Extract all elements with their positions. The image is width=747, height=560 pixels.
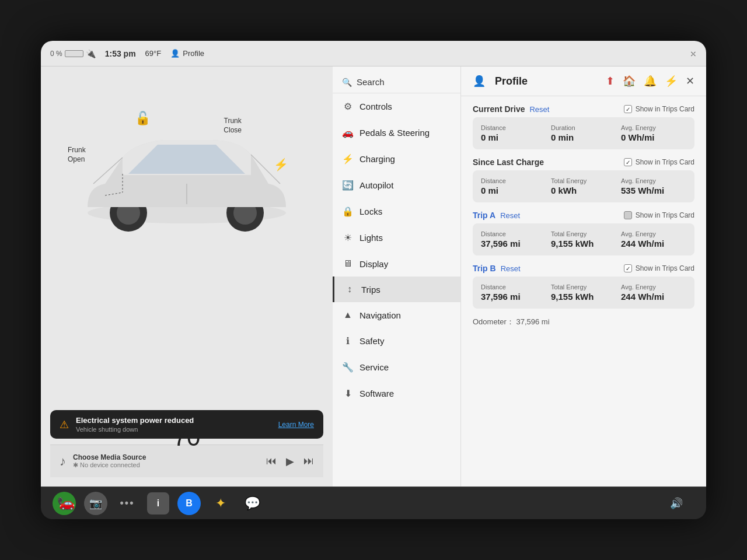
since-last-charge-header: Since Last Charge ✓ Show in Trips Card (473, 158, 694, 167)
trip-a-show-trips: Show in Trips Card (624, 211, 694, 219)
charging-label: Charging (359, 154, 395, 164)
since-last-charge-checkbox[interactable]: ✓ (624, 158, 632, 166)
car-image (50, 105, 323, 239)
trip-b-avg-energy: Avg. Energy 244 Wh/mi (621, 284, 686, 302)
sidebar-item-lights[interactable]: ☀ Lights (333, 225, 460, 251)
current-drive-checkbox[interactable]: ✓ (624, 105, 632, 113)
safety-label: Safety (359, 336, 385, 346)
since-last-charge-section: Since Last Charge ✓ Show in Trips Card D… (473, 158, 694, 202)
autopilot-label: Autopilot (359, 180, 393, 190)
trips-content: Current Drive Reset ✓ Show in Trips Card… (461, 96, 706, 335)
trip-b-avg-energy-label: Avg. Energy (621, 284, 686, 290)
header-icons: ⬆ 🏠 🔔 ⚡ ✕ (606, 75, 694, 88)
car-view-area: Frunk Open Trunk Close 🔓 (50, 76, 323, 262)
prev-track-button[interactable]: ⏮ (266, 455, 277, 468)
profile-header-icon: 👤 (473, 75, 486, 88)
trip-a-reset-button[interactable]: Reset (500, 211, 520, 220)
sidebar-item-autopilot[interactable]: 🔄 Autopilot (333, 172, 460, 198)
current-avg-energy-label: Avg. Energy (621, 124, 686, 131)
charging-lightning-icon: ⚡ (274, 158, 288, 172)
sidebar-item-pedals[interactable]: 🚗 Pedals & Steering (333, 120, 460, 146)
next-track-button[interactable]: ⏭ (303, 455, 314, 468)
current-duration-label: Duration (551, 124, 616, 131)
media-title: Choose Media Source (73, 453, 259, 461)
sidebar-item-software[interactable]: ⬇ Software (333, 380, 460, 407)
service-icon: 🔧 (342, 362, 354, 373)
profile-button[interactable]: 👤 Profile (170, 49, 204, 58)
pedals-label: Pedals & Steering (359, 128, 430, 138)
left-panel: Frunk Open Trunk Close 🔓 (41, 66, 333, 487)
sidebar-item-navigation[interactable]: ▲ Navigation (333, 302, 460, 328)
play-button[interactable]: ▶ (286, 455, 294, 468)
trip-a-section: Trip A Reset Show in Trips Card Distance… (473, 211, 694, 256)
trip-b-reset-button[interactable]: Reset (501, 264, 521, 273)
music-icon: ♪ (60, 454, 66, 469)
trip-a-title: Trip A (473, 211, 495, 220)
current-avg-energy: Avg. Energy 0 Wh/mi (621, 124, 686, 142)
software-label: Software (359, 388, 394, 398)
current-duration: Duration 0 min (551, 124, 616, 142)
wifi-off-icon: ⤬ (690, 49, 697, 58)
slc-distance: Distance 0 mi (481, 177, 546, 195)
trip-b-stats: Distance 37,596 mi Total Energy 9,155 kW… (473, 276, 694, 309)
trip-b-checkbox[interactable]: ✓ (624, 264, 632, 272)
sidebar-item-controls[interactable]: ⚙ Controls (333, 93, 460, 120)
trip-a-avg-energy-value: 244 Wh/mi (621, 239, 686, 249)
current-distance-value: 0 mi (481, 132, 546, 142)
trip-b-total-energy-value: 9,155 kWh (551, 292, 616, 302)
current-distance: Distance 0 mi (481, 124, 546, 142)
bluetooth-button[interactable]: B (177, 492, 201, 515)
locks-icon: 🔒 (342, 206, 354, 217)
battery-bar (65, 50, 83, 57)
search-icon: 🔍 (342, 78, 352, 87)
sidebar-item-trips[interactable]: ↕ Trips (333, 276, 460, 302)
profile-label: Profile (183, 49, 204, 58)
alert-icon: ⚠ (60, 418, 69, 431)
sidebar-item-display[interactable]: 🖥 Display (333, 251, 460, 276)
upload-icon[interactable]: ⬆ (606, 75, 615, 88)
bell-icon[interactable]: 🔔 (644, 75, 657, 88)
slc-total-energy-value: 0 kWh (551, 186, 616, 195)
status-bar: 0 % 🔌 1:53 pm 69°F 👤 Profile ⤬ (41, 41, 706, 66)
trip-b-distance: Distance 37,596 mi (481, 284, 546, 302)
trip-a-avg-energy-label: Avg. Energy (621, 230, 686, 237)
id-button[interactable]: i (147, 492, 169, 514)
trip-b-header: Trip B Reset ✓ Show in Trips Card (473, 264, 694, 273)
more-apps-button[interactable]: ••• (116, 492, 139, 515)
media-info: Choose Media Source ✱ No device connecte… (73, 453, 259, 469)
camera-button[interactable]: 📷 (84, 492, 107, 515)
odometer-value: 37,596 mi (516, 317, 549, 326)
trip-b-avg-energy-value: 244 Wh/mi (621, 292, 686, 302)
lights-label: Lights (359, 233, 383, 243)
sidebar-item-locks[interactable]: 🔒 Locks (333, 198, 460, 225)
trip-a-distance: Distance 37,596 mi (481, 230, 546, 249)
current-drive-reset-button[interactable]: Reset (529, 105, 549, 114)
bluetooth-header-icon[interactable]: ⚡ (665, 75, 678, 88)
trip-a-show-trips-label: Show in Trips Card (636, 211, 694, 219)
display-label: Display (359, 259, 388, 269)
status-icons: ⤬ (690, 49, 697, 58)
battery-indicator: 0 % 🔌 (50, 49, 96, 58)
safety-icon: ℹ (342, 335, 354, 346)
more-icon[interactable]: ✕ (686, 75, 694, 88)
sidebar-item-charging[interactable]: ⚡ Charging (333, 146, 460, 172)
chat-button[interactable]: 💬 (240, 492, 264, 515)
multistar-button[interactable]: ✦ (209, 492, 232, 515)
trip-b-title: Trip B (473, 264, 496, 273)
car-svg (70, 105, 303, 239)
trip-b-show-trips: ✓ Show in Trips Card (624, 264, 694, 272)
trip-a-checkbox[interactable] (624, 211, 632, 219)
sidebar-item-service[interactable]: 🔧 Service (333, 354, 460, 380)
garage-icon[interactable]: 🏠 (623, 75, 636, 88)
odometer-label: Odometer： (473, 317, 514, 326)
trips-header: 👤 Profile ⬆ 🏠 🔔 ⚡ ✕ (461, 66, 706, 96)
car-taskbar-icon[interactable]: 🚗 (55, 492, 78, 515)
odometer-row: Odometer： 37,596 mi (473, 317, 694, 327)
volume-button[interactable]: 🔊 (670, 497, 683, 510)
display-icon: 🖥 (342, 258, 354, 269)
alert-learn-more-link[interactable]: Learn More (278, 421, 314, 429)
lights-icon: ☀ (342, 232, 354, 243)
search-row[interactable]: 🔍 Search (333, 71, 460, 93)
sidebar-item-safety[interactable]: ℹ Safety (333, 328, 460, 354)
slc-total-energy-label: Total Energy (551, 177, 616, 184)
